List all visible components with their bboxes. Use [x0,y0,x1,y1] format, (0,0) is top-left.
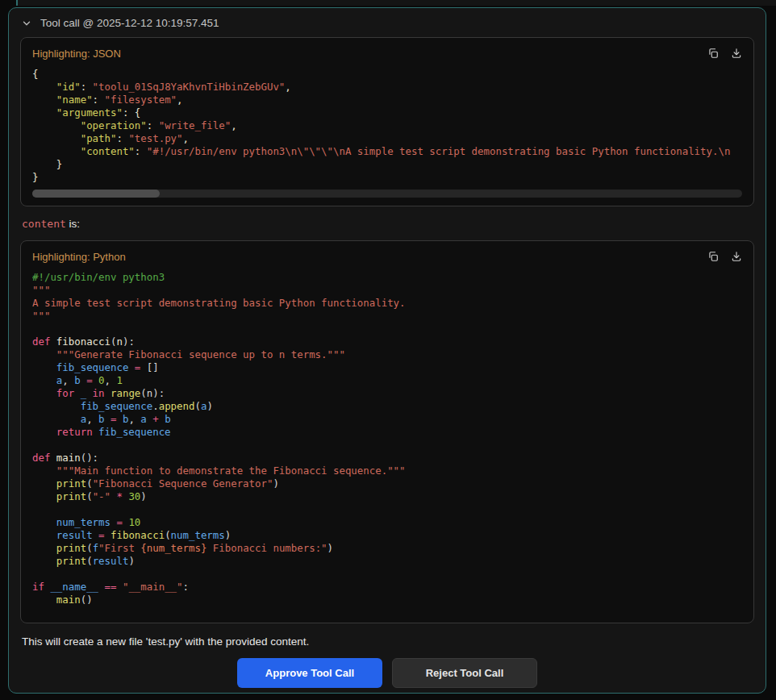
code-line [32,568,742,581]
code-line [32,503,742,516]
code-line: print(f"First {num_terms} Fibonacci numb… [32,542,742,555]
code-line: "path": "test.py", [32,132,742,145]
code-line [32,439,742,452]
previous-panel-fragment [16,0,776,6]
approve-tool-call-button[interactable]: Approve Tool Call [237,658,382,688]
code-line: """ [32,310,742,323]
hscrollbar-thumb[interactable] [32,190,160,198]
code-line: A simple test script demonstrating basic… [32,297,742,310]
content-is-line: content is: [22,218,753,230]
code-line: return fib_sequence [32,426,742,439]
tool-call-header[interactable]: Tool call @ 2025-12-12 10:19:57.451 [9,8,766,37]
confirmation-message: This will create a new file 'test.py' wi… [22,635,753,648]
code-line: def fibonacci(n): [32,335,742,348]
json-code-card: Highlighting: JSON { "id": "toolu_01SqJ8… [20,37,754,206]
code-line: "id": "toolu_01SqJ8YaKhvnTiHbinZebGUv", [32,81,742,94]
code-line: def main(): [32,452,742,465]
json-card-actions [707,48,742,59]
tool-call-title: Tool call @ 2025-12-12 10:19:57.451 [40,17,219,29]
code-line: if __name__ == "__main__": [32,581,742,594]
json-code[interactable]: { "id": "toolu_01SqJ8YaKhvnTiHbinZebGUv"… [32,68,742,184]
code-line: """Generate Fibonacci sequence up to n t… [32,348,742,361]
json-highlighting-label: Highlighting: JSON [32,48,742,60]
code-line: print("Fibonacci Sequence Generator") [32,477,742,490]
code-line [32,323,742,335]
python-code[interactable]: #!/usr/bin/env python3"""A simple test s… [32,271,742,606]
code-line: } [32,158,742,171]
code-line: num_terms = 10 [32,516,742,529]
code-line: fib_sequence = [] [32,361,742,374]
python-code-card: Highlighting: Python #!/usr/bin/env pyth… [20,240,754,623]
code-line: print(result) [32,555,742,568]
code-line: "content": "#!/usr/bin/env python3\n\"\"… [32,145,742,158]
copy-icon[interactable] [707,48,719,59]
code-line: } [32,171,742,184]
code-line: { [32,68,742,81]
chevron-down-icon[interactable] [21,18,32,29]
reject-tool-call-button[interactable]: Reject Tool Call [392,658,537,688]
code-line: main() [32,594,742,606]
code-line: for _ in range(n): [32,387,742,400]
tool-call-dialog: Tool call @ 2025-12-12 10:19:57.451 High… [8,7,766,694]
code-line: """ [32,284,742,297]
download-icon[interactable] [731,48,742,59]
code-line: fib_sequence.append(a) [32,400,742,413]
content-is-text: is: [66,218,80,230]
code-line: "arguments": { [32,106,742,119]
action-buttons: Approve Tool Call Reject Tool Call [9,658,766,688]
copy-icon[interactable] [707,251,719,262]
hscrollbar-track[interactable] [32,190,742,198]
download-icon[interactable] [731,251,742,262]
code-line: "name": "filesystem", [32,94,742,106]
code-line: a, b = 0, 1 [32,374,742,387]
code-line: "operation": "write_file", [32,119,742,132]
code-line: """Main function to demonstrate the Fibo… [32,465,742,477]
code-line: #!/usr/bin/env python3 [32,271,742,284]
python-highlighting-label: Highlighting: Python [32,251,742,263]
content-inline-code: content [22,218,66,230]
code-line: a, b = b, a + b [32,413,742,426]
code-line: print("-" * 30) [32,490,742,503]
code-line: result = fibonacci(num_terms) [32,529,742,542]
python-card-actions [707,251,742,262]
